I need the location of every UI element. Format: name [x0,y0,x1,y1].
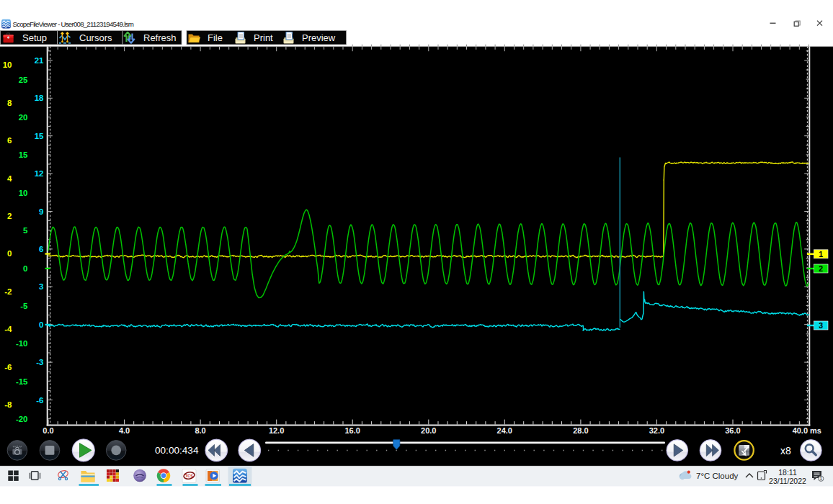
svg-text:20.0: 20.0 [421,426,436,435]
svg-text:2: 2 [819,264,823,273]
svg-text:-8: -8 [4,400,12,409]
svg-text:Cursors: Cursors [79,32,112,43]
svg-text:32.0: 32.0 [649,426,664,435]
svg-text:9: 9 [39,207,43,216]
svg-text:21: 21 [35,56,44,65]
svg-text:Refresh: Refresh [143,32,177,43]
svg-text:18:11: 18:11 [778,468,797,477]
svg-text:-20: -20 [16,415,28,423]
svg-text:6: 6 [7,136,12,145]
svg-text:40.0 ms: 40.0 ms [793,426,821,435]
svg-text:Preview: Preview [302,32,336,43]
svg-text:-10: -10 [16,339,28,348]
svg-text:-2: -2 [4,287,12,296]
svg-text:15: 15 [19,150,28,159]
svg-text:TCS: TCS [185,474,193,478]
svg-text:0: 0 [39,320,43,329]
svg-text:6: 6 [39,245,43,253]
svg-text:1: 1 [819,476,822,481]
svg-text:15: 15 [35,132,44,140]
svg-text:16.0: 16.0 [344,426,360,435]
svg-text:3: 3 [39,282,43,291]
svg-text:4.0: 4.0 [119,426,130,435]
svg-text:0: 0 [23,264,27,273]
svg-text:x8: x8 [780,445,791,456]
svg-text:-5: -5 [20,302,28,310]
svg-text:4: 4 [7,174,12,183]
svg-text:23/11/2022: 23/11/2022 [769,477,806,485]
svg-text:-3: -3 [36,358,43,366]
svg-text:36.0: 36.0 [725,426,740,435]
svg-text:12: 12 [35,169,44,178]
svg-text:28.0: 28.0 [573,426,588,435]
svg-text:12.0: 12.0 [269,426,284,435]
svg-text:ScopeFileViewer - User008_2112: ScopeFileViewer - User008_21123194549.ls… [13,20,134,28]
svg-text:0: 0 [7,249,12,258]
svg-text:00:00:434: 00:00:434 [155,445,199,456]
svg-text:-6: -6 [36,396,43,405]
svg-text:3: 3 [819,321,823,330]
svg-text:8.0: 8.0 [195,426,205,435]
svg-text:24.0: 24.0 [497,426,512,435]
svg-text:2: 2 [7,212,12,220]
svg-text:-4: -4 [4,325,12,333]
svg-text:-6: -6 [4,363,12,372]
svg-text:-15: -15 [16,377,28,386]
svg-text:25: 25 [19,76,28,84]
svg-text:5: 5 [23,226,28,235]
svg-text:7°C Cloudy: 7°C Cloudy [696,472,739,480]
svg-text:1: 1 [819,250,823,258]
svg-text:20: 20 [19,113,28,122]
svg-text:18: 18 [35,94,44,102]
svg-text:Print: Print [254,32,273,43]
svg-text:File: File [208,32,223,43]
svg-text:10: 10 [19,189,28,197]
svg-text:0.0: 0.0 [43,426,53,435]
svg-text:10: 10 [3,60,12,69]
svg-text:Setup: Setup [22,32,47,43]
svg-text:8: 8 [7,99,12,107]
